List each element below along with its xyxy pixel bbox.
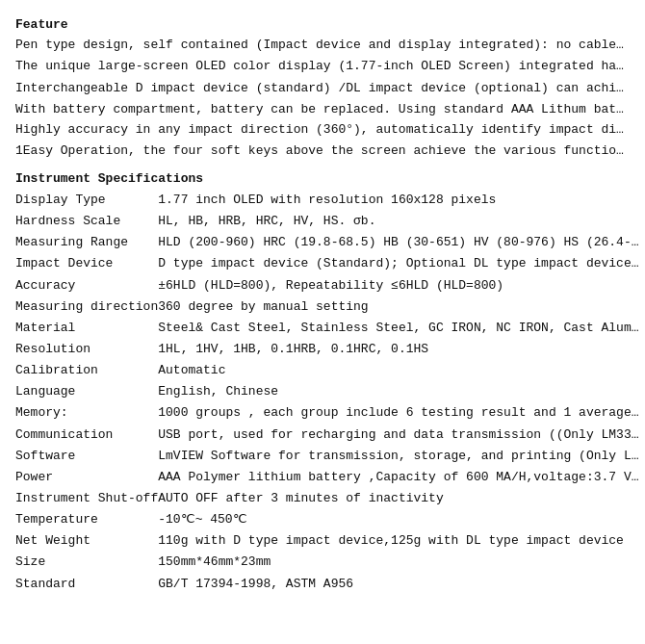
spec-value: 1000 groups , each group include 6 testi… [158,402,639,424]
spec-row: Resolution1HL, 1HV, 1HB, 0.1HRB, 0.1HRC,… [15,339,639,360]
spec-label: Standard [15,574,158,595]
spec-label: Software [15,446,158,467]
spec-row: PowerAAA Polymer lithium battery ,Capaci… [15,467,639,488]
spec-row: Instrument Shut-offAUTO OFF after 3 minu… [15,488,639,509]
spec-value: D type impact device (Standard); Optiona… [158,253,639,274]
spec-label: Resolution [15,339,158,360]
specs-table: Display Type1.77 inch OLED with resoluti… [15,190,639,595]
spec-label: Language [15,381,158,402]
spec-value: 110g with D type impact device,125g with… [158,530,639,552]
spec-value: GB/T 17394-1998, ASTM A956 [158,574,639,595]
spec-row: SoftwareLmVIEW Software for transmission… [15,446,639,467]
feature-line-4: With battery compartment, battery can be… [15,100,630,119]
specs-title: Instrument Specifications [15,171,630,186]
feature-title: Feature [15,17,630,32]
feature-intro: Pen type design, self contained (Impact … [15,36,630,160]
spec-row: Accuracy±6HLD (HLD=800), Repeatability ≤… [15,275,639,296]
feature-line-1: The unique large-screen OLED color displ… [15,57,630,76]
spec-row: Net Weight110g with D type impact device… [15,530,639,552]
spec-label: Hardness Scale [15,211,158,232]
spec-value: Steel& Cast Steel, Stainless Steel, GC I… [158,318,639,339]
spec-label: Net Weight [15,530,158,552]
feature-line-5: Highly accuracy in any impact direction … [15,120,630,140]
spec-label: Communication [15,425,158,446]
spec-row: CommunicationUSB port, used for rechargi… [15,425,639,446]
spec-row: Memory:1000 groups , each group include … [15,402,639,424]
spec-value: Automatic [158,360,639,381]
feature-section: Feature Pen type design, self contained … [15,17,630,160]
spec-label: Display Type [15,190,158,211]
spec-value: 1.77 inch OLED with resolution 160x128 p… [158,190,639,211]
spec-row: MaterialSteel& Cast Steel, Stainless Ste… [15,318,639,339]
spec-row: Impact DeviceD type impact device (Stand… [15,253,639,274]
spec-label: Material [15,318,158,339]
spec-row: Temperature-10℃~ 450℃ [15,509,639,530]
spec-value: 1HL, 1HV, 1HB, 0.1HRB, 0.1HRC, 0.1HS [158,339,639,360]
spec-label: Calibration [15,360,158,381]
spec-label: Accuracy [15,275,158,296]
feature-line-0: Pen type design, self contained (Impact … [15,36,630,55]
spec-label: Size [15,552,158,573]
spec-value: AAA Polymer lithium battery ,Capacity of… [158,467,639,488]
spec-label: Power [15,467,158,488]
spec-row: CalibrationAutomatic [15,360,639,381]
specs-section: Instrument Specifications Display Type1.… [15,171,630,595]
spec-label: Instrument Shut-off [15,488,158,509]
spec-value: AUTO OFF after 3 minutes of inactivity [158,488,639,509]
spec-value: English, Chinese [158,381,639,402]
spec-label: Measuring direction [15,296,158,318]
spec-label: Impact Device [15,253,158,274]
spec-value: 360 degree by manual setting [158,296,639,318]
spec-value: 150mm*46mm*23mm [158,552,639,573]
spec-label: Measuring Range [15,232,158,253]
spec-value: HLD (200-960) HRC (19.8-68.5) HB (30-651… [158,232,639,253]
spec-value: -10℃~ 450℃ [158,509,639,530]
spec-label: Temperature [15,509,158,530]
spec-label: Memory: [15,402,158,424]
spec-row: Size150mm*46mm*23mm [15,552,639,573]
feature-line-3: Interchangeable D impact device (standar… [15,79,630,98]
spec-value: LmVIEW Software for transmission, storag… [158,446,639,467]
spec-value: ±6HLD (HLD=800), Repeatability ≤6HLD (HL… [158,275,639,296]
spec-value: HL, HB, HRB, HRC, HV, HS. σb. [158,211,639,232]
spec-row: Display Type1.77 inch OLED with resoluti… [15,190,639,211]
spec-row: LanguageEnglish, Chinese [15,381,639,402]
spec-row: StandardGB/T 17394-1998, ASTM A956 [15,574,639,595]
spec-value: USB port, used for recharging and data t… [158,425,639,446]
spec-row: Measuring RangeHLD (200-960) HRC (19.8-6… [15,232,639,253]
spec-row: Hardness ScaleHL, HB, HRB, HRC, HV, HS. … [15,211,639,232]
feature-line-6: 1Easy Operation, the four soft keys abov… [15,142,630,161]
spec-row: Measuring direction360 degree by manual … [15,296,639,318]
